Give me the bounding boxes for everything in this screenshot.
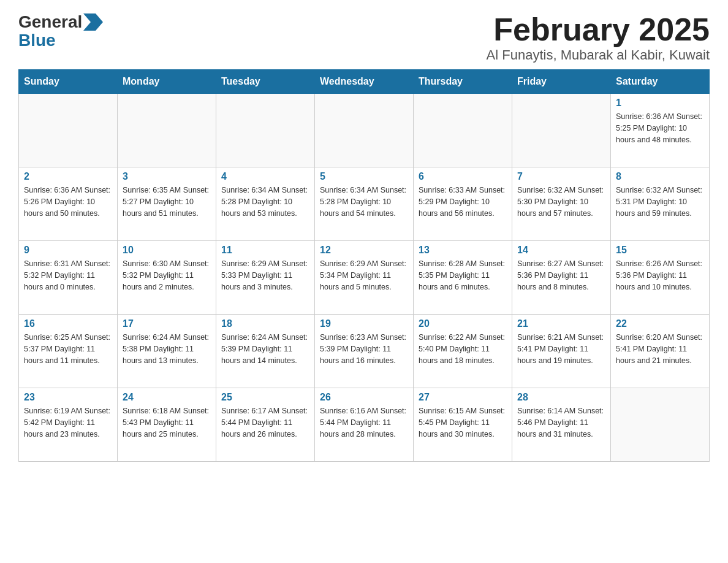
- calendar-cell: 21Sunrise: 6:21 AM Sunset: 5:41 PM Dayli…: [512, 315, 611, 388]
- day-info: Sunrise: 6:18 AM Sunset: 5:43 PM Dayligh…: [123, 405, 211, 440]
- calendar-cell: 18Sunrise: 6:24 AM Sunset: 5:39 PM Dayli…: [216, 315, 315, 388]
- day-info: Sunrise: 6:27 AM Sunset: 5:36 PM Dayligh…: [517, 258, 605, 293]
- calendar-cell: 6Sunrise: 6:33 AM Sunset: 5:29 PM Daylig…: [414, 167, 512, 241]
- calendar-cell: 2Sunrise: 6:36 AM Sunset: 5:26 PM Daylig…: [19, 167, 118, 241]
- day-info: Sunrise: 6:19 AM Sunset: 5:42 PM Dayligh…: [24, 405, 112, 440]
- day-info: Sunrise: 6:36 AM Sunset: 5:26 PM Dayligh…: [24, 185, 112, 219]
- day-info: Sunrise: 6:25 AM Sunset: 5:37 PM Dayligh…: [24, 332, 112, 366]
- calendar-cell: 5Sunrise: 6:34 AM Sunset: 5:28 PM Daylig…: [315, 167, 414, 241]
- day-info: Sunrise: 6:36 AM Sunset: 5:25 PM Dayligh…: [616, 111, 704, 145]
- page-header: General Blue February 2025 Al Funaytis, …: [18, 12, 710, 63]
- day-number: 4: [221, 171, 309, 182]
- day-number: 28: [517, 392, 605, 403]
- day-number: 24: [123, 392, 211, 403]
- weekday-header-monday: Monday: [118, 70, 216, 94]
- calendar-cell: [216, 94, 315, 167]
- day-number: 12: [320, 245, 408, 256]
- calendar-cell: [512, 94, 611, 167]
- day-info: Sunrise: 6:33 AM Sunset: 5:29 PM Dayligh…: [419, 185, 507, 219]
- location-title: Al Funaytis, Mubarak al Kabir, Kuwait: [487, 47, 710, 63]
- day-number: 23: [24, 392, 112, 403]
- day-number: 8: [616, 171, 704, 182]
- calendar-cell: 19Sunrise: 6:23 AM Sunset: 5:39 PM Dayli…: [315, 315, 414, 388]
- weekday-header-tuesday: Tuesday: [216, 70, 315, 94]
- day-number: 10: [123, 245, 211, 256]
- logo-icon: General: [18, 12, 103, 32]
- calendar-cell: 3Sunrise: 6:35 AM Sunset: 5:27 PM Daylig…: [118, 167, 216, 241]
- calendar-cell: 23Sunrise: 6:19 AM Sunset: 5:42 PM Dayli…: [19, 388, 118, 462]
- calendar-week-4: 23Sunrise: 6:19 AM Sunset: 5:42 PM Dayli…: [19, 388, 710, 462]
- calendar-table: SundayMondayTuesdayWednesdayThursdayFrid…: [18, 69, 710, 462]
- day-info: Sunrise: 6:22 AM Sunset: 5:40 PM Dayligh…: [419, 332, 507, 366]
- logo-general-text: General: [18, 12, 82, 32]
- calendar-cell: 11Sunrise: 6:29 AM Sunset: 5:33 PM Dayli…: [216, 241, 315, 315]
- calendar-cell: 28Sunrise: 6:14 AM Sunset: 5:46 PM Dayli…: [512, 388, 611, 462]
- calendar-cell: 9Sunrise: 6:31 AM Sunset: 5:32 PM Daylig…: [19, 241, 118, 315]
- calendar-cell: 15Sunrise: 6:26 AM Sunset: 5:36 PM Dayli…: [611, 241, 710, 315]
- calendar-cell: 4Sunrise: 6:34 AM Sunset: 5:28 PM Daylig…: [216, 167, 315, 241]
- weekday-header-thursday: Thursday: [414, 70, 512, 94]
- calendar-cell: 25Sunrise: 6:17 AM Sunset: 5:44 PM Dayli…: [216, 388, 315, 462]
- day-number: 13: [419, 245, 507, 256]
- calendar-week-3: 16Sunrise: 6:25 AM Sunset: 5:37 PM Dayli…: [19, 315, 710, 388]
- day-info: Sunrise: 6:35 AM Sunset: 5:27 PM Dayligh…: [123, 185, 211, 219]
- calendar-cell: 17Sunrise: 6:24 AM Sunset: 5:38 PM Dayli…: [118, 315, 216, 388]
- day-number: 1: [616, 98, 704, 109]
- day-info: Sunrise: 6:29 AM Sunset: 5:33 PM Dayligh…: [221, 258, 309, 293]
- day-number: 7: [517, 171, 605, 182]
- calendar-cell: [315, 94, 414, 167]
- day-info: Sunrise: 6:21 AM Sunset: 5:41 PM Dayligh…: [517, 332, 605, 366]
- day-number: 6: [419, 171, 507, 182]
- day-info: Sunrise: 6:17 AM Sunset: 5:44 PM Dayligh…: [221, 405, 309, 440]
- weekday-header-friday: Friday: [512, 70, 611, 94]
- day-number: 11: [221, 245, 309, 256]
- calendar-cell: 16Sunrise: 6:25 AM Sunset: 5:37 PM Dayli…: [19, 315, 118, 388]
- day-info: Sunrise: 6:32 AM Sunset: 5:30 PM Dayligh…: [517, 185, 605, 219]
- day-info: Sunrise: 6:24 AM Sunset: 5:38 PM Dayligh…: [123, 332, 211, 366]
- day-info: Sunrise: 6:16 AM Sunset: 5:44 PM Dayligh…: [320, 405, 408, 440]
- weekday-header-saturday: Saturday: [611, 70, 710, 94]
- calendar-cell: 22Sunrise: 6:20 AM Sunset: 5:41 PM Dayli…: [611, 315, 710, 388]
- day-info: Sunrise: 6:26 AM Sunset: 5:36 PM Dayligh…: [616, 258, 704, 293]
- calendar-cell: 10Sunrise: 6:30 AM Sunset: 5:32 PM Dayli…: [118, 241, 216, 315]
- day-info: Sunrise: 6:23 AM Sunset: 5:39 PM Dayligh…: [320, 332, 408, 366]
- calendar-cell: 12Sunrise: 6:29 AM Sunset: 5:34 PM Dayli…: [315, 241, 414, 315]
- day-number: 22: [616, 318, 704, 329]
- day-number: 21: [517, 318, 605, 329]
- logo-blue-text: Blue: [18, 32, 56, 49]
- calendar-cell: 24Sunrise: 6:18 AM Sunset: 5:43 PM Dayli…: [118, 388, 216, 462]
- calendar-cell: [414, 94, 512, 167]
- day-number: 18: [221, 318, 309, 329]
- logo-arrow-icon: [83, 13, 103, 31]
- day-info: Sunrise: 6:20 AM Sunset: 5:41 PM Dayligh…: [616, 332, 704, 366]
- title-block: February 2025 Al Funaytis, Mubarak al Ka…: [487, 12, 710, 63]
- day-number: 16: [24, 318, 112, 329]
- day-number: 9: [24, 245, 112, 256]
- day-info: Sunrise: 6:31 AM Sunset: 5:32 PM Dayligh…: [24, 258, 112, 293]
- day-number: 2: [24, 171, 112, 182]
- day-number: 25: [221, 392, 309, 403]
- calendar-week-0: 1Sunrise: 6:36 AM Sunset: 5:25 PM Daylig…: [19, 94, 710, 167]
- month-title: February 2025: [487, 12, 710, 47]
- calendar-cell: 7Sunrise: 6:32 AM Sunset: 5:30 PM Daylig…: [512, 167, 611, 241]
- calendar-cell: 1Sunrise: 6:36 AM Sunset: 5:25 PM Daylig…: [611, 94, 710, 167]
- day-number: 26: [320, 392, 408, 403]
- day-info: Sunrise: 6:24 AM Sunset: 5:39 PM Dayligh…: [221, 332, 309, 366]
- calendar-body: 1Sunrise: 6:36 AM Sunset: 5:25 PM Daylig…: [19, 94, 710, 462]
- calendar-week-1: 2Sunrise: 6:36 AM Sunset: 5:26 PM Daylig…: [19, 167, 710, 241]
- weekday-header-sunday: Sunday: [19, 70, 118, 94]
- calendar-cell: 26Sunrise: 6:16 AM Sunset: 5:44 PM Dayli…: [315, 388, 414, 462]
- calendar-cell: [611, 388, 710, 462]
- day-info: Sunrise: 6:30 AM Sunset: 5:32 PM Dayligh…: [123, 258, 211, 293]
- day-info: Sunrise: 6:34 AM Sunset: 5:28 PM Dayligh…: [320, 185, 408, 219]
- calendar-cell: 27Sunrise: 6:15 AM Sunset: 5:45 PM Dayli…: [414, 388, 512, 462]
- day-number: 3: [123, 171, 211, 182]
- day-number: 15: [616, 245, 704, 256]
- calendar-cell: 13Sunrise: 6:28 AM Sunset: 5:35 PM Dayli…: [414, 241, 512, 315]
- logo: General Blue: [18, 12, 103, 49]
- svg-marker-0: [83, 13, 103, 31]
- day-number: 27: [419, 392, 507, 403]
- weekday-header-wednesday: Wednesday: [315, 70, 414, 94]
- weekday-header-row: SundayMondayTuesdayWednesdayThursdayFrid…: [19, 70, 710, 94]
- calendar-week-2: 9Sunrise: 6:31 AM Sunset: 5:32 PM Daylig…: [19, 241, 710, 315]
